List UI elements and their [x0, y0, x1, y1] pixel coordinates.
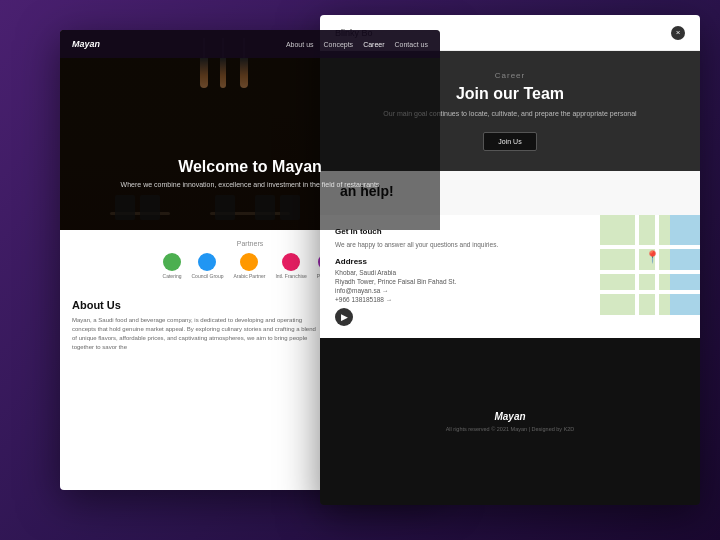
nav-links: About us Concepts Career Contact us [286, 41, 428, 48]
about-body: Mayan, a Saudi food and beverage company… [72, 316, 318, 352]
map-road-v2 [655, 215, 659, 315]
hero-subtitle: Where we combine innovation, excellence … [60, 180, 440, 191]
partner-2: Council Group [191, 253, 223, 279]
site-logo: Mayan [72, 39, 100, 49]
address-label: Address [335, 257, 585, 266]
nav-career[interactable]: Career [363, 41, 384, 48]
map-pin: 📍 [645, 250, 660, 264]
site-nav: Mayan About us Concepts Career Contact u… [60, 30, 440, 58]
address-line2: Riyadh Tower, Prince Faisal Bin Fahad St… [335, 278, 585, 285]
info-email[interactable]: info@mayan.sa → [335, 287, 585, 294]
partner-4: Intl. Franchise [275, 253, 306, 279]
nav-contact[interactable]: Contact us [395, 41, 428, 48]
hero-title: Welcome to Mayan [60, 158, 440, 176]
partner-1: Catering [163, 253, 182, 279]
partner-3-logo [240, 253, 258, 271]
join-us-button[interactable]: Join Us [483, 132, 536, 151]
partner-2-text: Council Group [191, 273, 223, 279]
nav-about[interactable]: About us [286, 41, 314, 48]
phone-number[interactable]: +966 138185188 → [335, 296, 585, 303]
map-water [670, 215, 700, 315]
phone-icon-button[interactable]: ▶ [335, 308, 353, 326]
about-title: About Us [72, 299, 318, 311]
phone-symbol: ▶ [341, 312, 348, 322]
partner-4-logo [282, 253, 300, 271]
close-icon: × [676, 28, 681, 37]
partner-2-logo [198, 253, 216, 271]
hero-content: Welcome to Mayan Where we combine innova… [60, 158, 440, 191]
get-in-touch-desc: We are happy to answer all your question… [335, 240, 585, 250]
footer-copyright: All rights reserved © 2021 Mayan | Desig… [335, 426, 685, 432]
partner-3-text: Arabic Partner [233, 273, 265, 279]
nav-concepts[interactable]: Concepts [324, 41, 354, 48]
close-button[interactable]: × [671, 26, 685, 40]
hero-section: Welcome to Mayan Where we combine innova… [60, 30, 440, 230]
map-background: 📍 [600, 215, 700, 315]
map-container[interactable]: 📍 [600, 215, 700, 315]
partner-1-logo [163, 253, 181, 271]
map-road-h3 [600, 290, 700, 294]
footer: Mayan All rights reserved © 2021 Mayan |… [320, 338, 700, 505]
address-line1: Khobar, Saudi Arabia [335, 269, 585, 276]
contact-map-row: Get in touch We are happy to answer all … [320, 215, 700, 339]
contact-info: Get in touch We are happy to answer all … [320, 215, 600, 339]
footer-logo: Mayan [335, 411, 685, 422]
map-road-h2 [600, 270, 700, 274]
hero-overlay [60, 30, 440, 230]
map-road-v1 [635, 215, 639, 315]
about-text: About Us Mayan, a Saudi food and beverag… [72, 299, 318, 369]
map-road-h1 [600, 245, 700, 249]
partner-1-text: Catering [163, 273, 182, 279]
partner-3: Arabic Partner [233, 253, 265, 279]
partner-4-text: Intl. Franchise [275, 273, 306, 279]
